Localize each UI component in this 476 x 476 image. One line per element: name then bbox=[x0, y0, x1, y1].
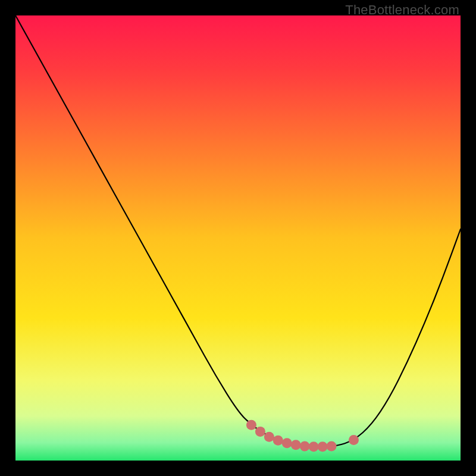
bottleneck-curve bbox=[15, 15, 461, 447]
marker-dot bbox=[300, 441, 310, 452]
marker-dot bbox=[309, 441, 319, 452]
marker-dot bbox=[318, 441, 328, 452]
watermark-text: TheBottleneck.com bbox=[345, 2, 459, 18]
marker-dot bbox=[349, 435, 359, 445]
marker-dot bbox=[246, 420, 256, 430]
marker-dot bbox=[291, 440, 301, 450]
marker-dot bbox=[264, 432, 274, 442]
marker-dot bbox=[255, 427, 265, 437]
marker-dot bbox=[273, 436, 283, 446]
plot-area bbox=[15, 15, 461, 461]
marker-dot bbox=[327, 441, 337, 452]
chart-stage: TheBottleneck.com bbox=[0, 0, 476, 476]
marker-dot bbox=[282, 438, 292, 448]
optimal-range-markers bbox=[246, 420, 359, 452]
curve-layer bbox=[15, 15, 461, 461]
